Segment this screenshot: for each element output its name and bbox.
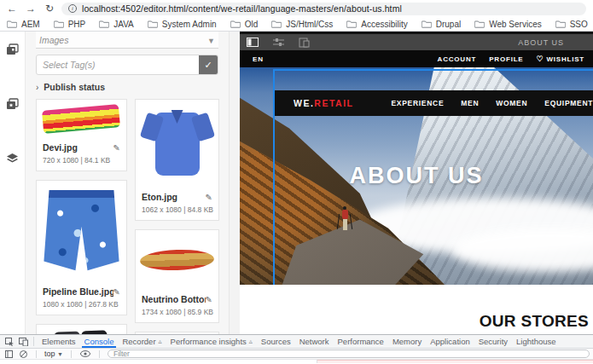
asset-card[interactable]	[36, 324, 127, 334]
striped-fabric-thumbnail	[37, 100, 126, 138]
brand-prefix: WE.	[294, 98, 314, 108]
device-toolbar-icon[interactable]	[16, 335, 30, 348]
devtools-tab-performance-insights[interactable]: Performance insights▵	[166, 335, 257, 348]
navbar-item-experience[interactable]: EXPERIENCE	[391, 99, 444, 107]
tag-select-field[interactable]: Select Tag(s) ✓	[36, 55, 218, 75]
tab-label: Application	[430, 337, 469, 346]
devtools-tab-security[interactable]: Security	[474, 335, 512, 348]
locale-switcher[interactable]: EN	[253, 55, 264, 63]
folder-icon	[555, 20, 566, 28]
surfboard-thumbnail	[136, 230, 218, 290]
asset-card[interactable]	[135, 332, 219, 334]
tab-label: Console	[84, 337, 114, 346]
bookmark-label: Old	[245, 20, 259, 29]
tag-picker-button[interactable]: ✓	[199, 55, 218, 74]
tab-label: Performance insights	[171, 337, 247, 346]
topbar-links: ACCOUNTPROFILE♡WISHLIST	[438, 55, 584, 63]
devtools-panel: ElementsConsoleRecorder▵Performance insi…	[0, 334, 593, 363]
bookmark-item[interactable]: Accessibility	[346, 20, 407, 29]
devtools-tab-sources[interactable]: Sources	[257, 335, 295, 348]
navbar-item-women[interactable]: WOMEN	[496, 99, 527, 107]
inspect-icon[interactable]	[3, 335, 16, 348]
components-icon[interactable]	[5, 96, 20, 112]
polo-shirt-thumbnail	[136, 100, 218, 188]
bookmark-item[interactable]: Web Services	[474, 20, 542, 29]
asset-finder-icon[interactable]	[5, 42, 20, 57]
tab-label: Recorder	[122, 337, 155, 346]
eye-icon[interactable]	[79, 350, 91, 357]
clear-console-icon[interactable]	[18, 350, 28, 358]
bookmark-item[interactable]: SSO	[555, 20, 588, 29]
console-filter-input[interactable]	[108, 350, 590, 358]
toggle-side-panel-icon[interactable]	[247, 38, 259, 48]
bookmark-item[interactable]: JS/Html/Css	[271, 20, 333, 29]
devtools-tab-application[interactable]: Application	[426, 335, 474, 348]
tab-label: Performance	[338, 337, 384, 346]
bookmark-item[interactable]: AEM	[7, 20, 40, 29]
asset-type-select[interactable]: Images ▼	[36, 32, 218, 49]
asset-card[interactable]: Devi.jpg ✎ 720 x 1080 | 84.1 KB	[36, 99, 127, 171]
edit-pencil-icon[interactable]: ✎	[206, 193, 212, 202]
page-info-icon[interactable]: i	[68, 4, 77, 13]
bookmark-label: Accessibility	[361, 20, 407, 29]
asset-card-info: Devi.jpg ✎ 720 x 1080 | 84.1 KB	[37, 138, 126, 170]
tab-label: Network	[299, 337, 329, 346]
bookmark-item[interactable]: System Admin	[148, 20, 217, 29]
reload-icon[interactable]: ↻	[43, 2, 56, 15]
page-properties-icon[interactable]	[272, 38, 284, 48]
aem-side-rail	[0, 32, 26, 334]
asset-column-1: Devi.jpg ✎ 720 x 1080 | 84.1 KB Pipeline…	[36, 99, 127, 334]
asset-column-2: Eton.jpg ✎ 1062 x 1080 | 84.8 KB Neutrin…	[135, 99, 219, 334]
asset-panel-scrollbar[interactable]	[229, 32, 240, 334]
tab-label: Sources	[261, 337, 291, 346]
site-topbar: EN ACCOUNTPROFILE♡WISHLIST	[240, 50, 593, 67]
devtools-tab-network[interactable]: Network	[295, 335, 334, 348]
tab-label: Elements	[42, 337, 76, 346]
tab-label: Lighthouse	[516, 337, 555, 346]
console-empty-area	[0, 360, 317, 363]
boardshorts-thumbnail	[37, 181, 126, 282]
device-emulation-icon[interactable]	[298, 38, 310, 48]
app-window: ← → ↻ i localhost:4502/editor.html/conte…	[0, 0, 593, 364]
devtools-tab-performance[interactable]: Performance	[334, 335, 388, 348]
edit-pencil-icon[interactable]: ✎	[113, 287, 120, 297]
asset-card[interactable]: Eton.jpg ✎ 1062 x 1080 | 84.8 KB	[135, 99, 219, 221]
forward-icon[interactable]: →	[24, 2, 38, 15]
asset-card[interactable]: Neutrino Bottom.jpg ✎ 1734 x 1080 | 85.9…	[135, 229, 219, 323]
bookmark-item[interactable]: JAVA	[99, 20, 134, 29]
topbar-link-account[interactable]: ACCOUNT	[438, 55, 477, 63]
bookmark-label: JAVA	[113, 20, 134, 29]
bookmark-label: Web Services	[489, 20, 542, 29]
caret-down-icon: ▼	[57, 351, 63, 357]
navbar-item-men[interactable]: MEN	[461, 99, 479, 107]
topbar-link-wishlist[interactable]: ♡WISHLIST	[537, 55, 585, 63]
devtools-tab-memory[interactable]: Memory	[388, 335, 426, 348]
black-boots-thumbnail	[37, 325, 126, 334]
bookmark-item[interactable]: Drupal	[421, 20, 461, 29]
asset-filename: Neutrino Bottom.jpg	[142, 294, 206, 304]
edit-pencil-icon[interactable]: ✎	[206, 295, 212, 304]
bookmark-item[interactable]: PHP	[54, 20, 86, 29]
address-bar[interactable]: i localhost:4502/editor.html/content/we-…	[61, 3, 586, 15]
devtools-tab-lighthouse[interactable]: Lighthouse	[512, 335, 560, 348]
asset-card[interactable]: Pipeline Blue.jpg ✎ 1080 x 1080 | 267.8 …	[36, 180, 127, 315]
navbar-item-equipment[interactable]: EQUIPMENT	[544, 99, 593, 107]
bookmark-item[interactable]: Old	[230, 20, 259, 29]
back-icon[interactable]: ←	[5, 2, 19, 15]
console-sidebar-icon[interactable]	[3, 350, 14, 358]
asset-type-label: Images	[39, 35, 68, 45]
content-tree-icon[interactable]	[5, 151, 20, 166]
console-error-row[interactable]	[317, 360, 593, 363]
publish-status-accordion[interactable]: › Publish status	[36, 82, 229, 92]
js-context-selector[interactable]: top ▼	[44, 350, 63, 358]
brand-logo[interactable]: WE.RETAIL	[294, 98, 353, 108]
devtools-tab-console[interactable]: Console	[80, 335, 119, 348]
devtools-tab-recorder[interactable]: Recorder▵	[118, 335, 166, 348]
asset-filename: Pipeline Blue.jpg	[43, 286, 113, 297]
asset-cards-grid: Devi.jpg ✎ 720 x 1080 | 84.1 KB Pipeline…	[36, 99, 229, 334]
hiker-figure	[340, 206, 349, 232]
edit-pencil-icon[interactable]: ✎	[113, 143, 120, 153]
devtools-tab-elements[interactable]: Elements	[38, 335, 80, 348]
topbar-link-profile[interactable]: PROFILE	[489, 55, 523, 63]
hero-banner: ABOUT US WE.RETAIL EXPERIENCEMENWOMENEQU…	[240, 67, 593, 285]
